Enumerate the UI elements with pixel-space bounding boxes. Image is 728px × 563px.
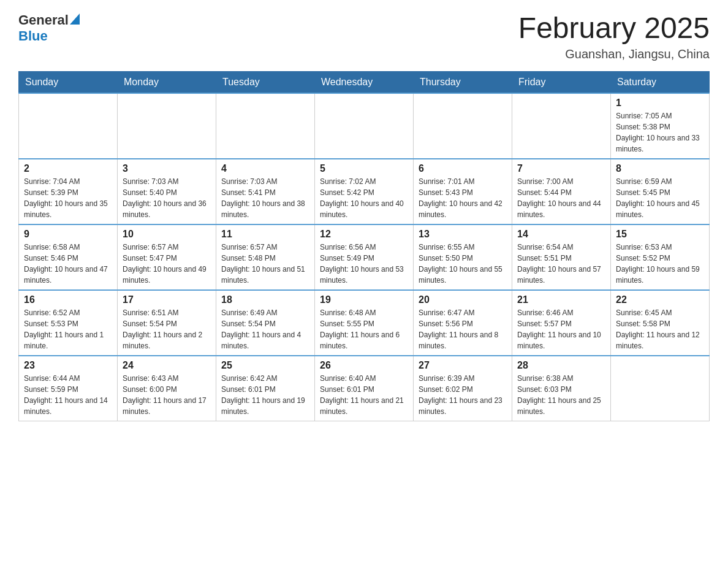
day-number: 1 — [616, 98, 704, 109]
day-number: 17 — [123, 294, 211, 305]
day-info: Sunrise: 6:54 AMSunset: 5:51 PMDaylight:… — [517, 242, 605, 286]
calendar-cell: 27Sunrise: 6:39 AMSunset: 6:02 PMDayligh… — [414, 356, 512, 421]
calendar-cell: 5Sunrise: 7:02 AMSunset: 5:42 PMDaylight… — [315, 159, 414, 224]
day-info: Sunrise: 6:52 AMSunset: 5:53 PMDaylight:… — [24, 307, 112, 351]
calendar-cell: 23Sunrise: 6:44 AMSunset: 5:59 PMDayligh… — [19, 356, 118, 421]
calendar-cell: 1Sunrise: 7:05 AMSunset: 5:38 PMDaylight… — [611, 93, 710, 159]
calendar-cell: 18Sunrise: 6:49 AMSunset: 5:54 PMDayligh… — [216, 290, 315, 356]
day-info: Sunrise: 6:48 AMSunset: 5:55 PMDaylight:… — [320, 307, 408, 351]
location-title: Guanshan, Jiangsu, China — [518, 47, 710, 61]
calendar-cell — [216, 93, 315, 159]
logo-blue-text: Blue — [18, 28, 48, 44]
day-info: Sunrise: 6:38 AMSunset: 6:03 PMDaylight:… — [517, 373, 605, 417]
day-info: Sunrise: 6:47 AMSunset: 5:56 PMDaylight:… — [419, 307, 507, 351]
svg-marker-0 — [70, 13, 80, 25]
day-info: Sunrise: 6:44 AMSunset: 5:59 PMDaylight:… — [24, 373, 112, 417]
day-number: 19 — [320, 294, 408, 305]
day-number: 14 — [517, 229, 605, 240]
calendar-cell: 3Sunrise: 7:03 AMSunset: 5:40 PMDaylight… — [118, 159, 216, 224]
day-number: 8 — [616, 163, 704, 174]
calendar-week-row: 2Sunrise: 7:04 AMSunset: 5:39 PMDaylight… — [19, 159, 710, 224]
day-number: 18 — [221, 294, 309, 305]
calendar-cell: 26Sunrise: 6:40 AMSunset: 6:01 PMDayligh… — [315, 356, 414, 421]
day-info: Sunrise: 6:58 AMSunset: 5:46 PMDaylight:… — [24, 242, 112, 286]
day-number: 12 — [320, 229, 408, 240]
day-info: Sunrise: 6:39 AMSunset: 6:02 PMDaylight:… — [419, 373, 507, 417]
day-info: Sunrise: 6:56 AMSunset: 5:49 PMDaylight:… — [320, 242, 408, 286]
day-info: Sunrise: 6:55 AMSunset: 5:50 PMDaylight:… — [419, 242, 507, 286]
calendar-cell: 25Sunrise: 6:42 AMSunset: 6:01 PMDayligh… — [216, 356, 315, 421]
day-number: 11 — [221, 229, 309, 240]
day-of-week-header: Tuesday — [216, 71, 315, 93]
day-info: Sunrise: 6:46 AMSunset: 5:57 PMDaylight:… — [517, 307, 605, 351]
day-number: 25 — [221, 360, 309, 371]
day-number: 3 — [123, 163, 211, 174]
day-of-week-header: Monday — [118, 71, 216, 93]
day-number: 21 — [517, 294, 605, 305]
day-info: Sunrise: 7:04 AMSunset: 5:39 PMDaylight:… — [24, 176, 112, 220]
day-number: 9 — [24, 229, 112, 240]
calendar-cell: 17Sunrise: 6:51 AMSunset: 5:54 PMDayligh… — [118, 290, 216, 356]
day-info: Sunrise: 6:49 AMSunset: 5:54 PMDaylight:… — [221, 307, 309, 351]
day-of-week-header: Saturday — [611, 71, 710, 93]
calendar-cell: 16Sunrise: 6:52 AMSunset: 5:53 PMDayligh… — [19, 290, 118, 356]
calendar-cell: 20Sunrise: 6:47 AMSunset: 5:56 PMDayligh… — [414, 290, 512, 356]
calendar-table: SundayMondayTuesdayWednesdayThursdayFrid… — [18, 71, 710, 421]
day-number: 15 — [616, 229, 704, 240]
calendar-cell: 22Sunrise: 6:45 AMSunset: 5:58 PMDayligh… — [611, 290, 710, 356]
calendar-cell: 4Sunrise: 7:03 AMSunset: 5:41 PMDaylight… — [216, 159, 315, 224]
calendar-cell: 24Sunrise: 6:43 AMSunset: 6:00 PMDayligh… — [118, 356, 216, 421]
day-number: 24 — [123, 360, 211, 371]
day-info: Sunrise: 6:51 AMSunset: 5:54 PMDaylight:… — [123, 307, 211, 351]
calendar-cell — [19, 93, 118, 159]
day-of-week-header: Wednesday — [315, 71, 414, 93]
day-info: Sunrise: 6:43 AMSunset: 6:00 PMDaylight:… — [123, 373, 211, 417]
calendar-cell: 11Sunrise: 6:57 AMSunset: 5:48 PMDayligh… — [216, 224, 315, 290]
day-number: 20 — [419, 294, 507, 305]
day-number: 27 — [419, 360, 507, 371]
day-number: 22 — [616, 294, 704, 305]
day-info: Sunrise: 7:01 AMSunset: 5:43 PMDaylight:… — [419, 176, 507, 220]
day-info: Sunrise: 6:45 AMSunset: 5:58 PMDaylight:… — [616, 307, 704, 351]
calendar-cell: 14Sunrise: 6:54 AMSunset: 5:51 PMDayligh… — [512, 224, 611, 290]
day-info: Sunrise: 6:59 AMSunset: 5:45 PMDaylight:… — [616, 176, 704, 220]
day-info: Sunrise: 7:00 AMSunset: 5:44 PMDaylight:… — [517, 176, 605, 220]
day-number: 13 — [419, 229, 507, 240]
title-area: February 2025 Guanshan, Jiangsu, China — [518, 12, 710, 61]
day-number: 23 — [24, 360, 112, 371]
day-number: 10 — [123, 229, 211, 240]
day-info: Sunrise: 7:03 AMSunset: 5:41 PMDaylight:… — [221, 176, 309, 220]
day-number: 7 — [517, 163, 605, 174]
day-info: Sunrise: 6:57 AMSunset: 5:47 PMDaylight:… — [123, 242, 211, 286]
calendar-cell: 9Sunrise: 6:58 AMSunset: 5:46 PMDaylight… — [19, 224, 118, 290]
day-number: 26 — [320, 360, 408, 371]
logo-general-text: General — [18, 12, 69, 28]
day-number: 2 — [24, 163, 112, 174]
calendar-cell: 13Sunrise: 6:55 AMSunset: 5:50 PMDayligh… — [414, 224, 512, 290]
calendar-cell: 21Sunrise: 6:46 AMSunset: 5:57 PMDayligh… — [512, 290, 611, 356]
day-info: Sunrise: 7:05 AMSunset: 5:38 PMDaylight:… — [616, 110, 704, 155]
logo-triangle-icon — [70, 13, 80, 27]
calendar-cell: 15Sunrise: 6:53 AMSunset: 5:52 PMDayligh… — [611, 224, 710, 290]
calendar-week-row: 1Sunrise: 7:05 AMSunset: 5:38 PMDaylight… — [19, 93, 710, 159]
day-number: 5 — [320, 163, 408, 174]
calendar-cell: 10Sunrise: 6:57 AMSunset: 5:47 PMDayligh… — [118, 224, 216, 290]
calendar-header-row: SundayMondayTuesdayWednesdayThursdayFrid… — [19, 71, 710, 93]
calendar-cell: 7Sunrise: 7:00 AMSunset: 5:44 PMDaylight… — [512, 159, 611, 224]
calendar-cell — [414, 93, 512, 159]
calendar-cell: 8Sunrise: 6:59 AMSunset: 5:45 PMDaylight… — [611, 159, 710, 224]
day-info: Sunrise: 7:03 AMSunset: 5:40 PMDaylight:… — [123, 176, 211, 220]
day-of-week-header: Sunday — [19, 71, 118, 93]
day-info: Sunrise: 6:40 AMSunset: 6:01 PMDaylight:… — [320, 373, 408, 417]
day-number: 28 — [517, 360, 605, 371]
day-number: 4 — [221, 163, 309, 174]
calendar-cell: 6Sunrise: 7:01 AMSunset: 5:43 PMDaylight… — [414, 159, 512, 224]
day-info: Sunrise: 6:42 AMSunset: 6:01 PMDaylight:… — [221, 373, 309, 417]
day-number: 6 — [419, 163, 507, 174]
calendar-cell — [512, 93, 611, 159]
calendar-cell — [315, 93, 414, 159]
calendar-week-row: 16Sunrise: 6:52 AMSunset: 5:53 PMDayligh… — [19, 290, 710, 356]
calendar-cell: 2Sunrise: 7:04 AMSunset: 5:39 PMDaylight… — [19, 159, 118, 224]
day-of-week-header: Thursday — [414, 71, 512, 93]
header: General Blue February 2025 Guanshan, Jia… — [18, 12, 710, 61]
